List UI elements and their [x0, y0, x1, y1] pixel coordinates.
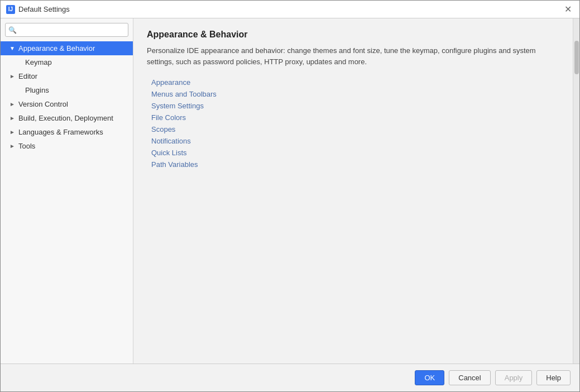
expand-arrow-icon: ►	[9, 101, 16, 107]
dialog-title: Default Settings	[18, 5, 70, 13]
scrollbar-thumb[interactable]	[574, 41, 579, 74]
app-icon: IJ	[6, 5, 15, 14]
help-button[interactable]: Help	[536, 370, 571, 385]
sub-link-path-variables[interactable]: Path Variables	[151, 160, 559, 169]
expand-arrow-icon: ►	[9, 73, 16, 79]
sub-link-system-settings[interactable]: System Settings	[151, 102, 559, 110]
sidebar-item-label: Tools	[18, 142, 35, 150]
sidebar-item-tools[interactable]: ► Tools	[1, 139, 133, 153]
search-input[interactable]	[5, 23, 128, 37]
title-bar: IJ Default Settings ✕	[1, 1, 579, 18]
sidebar-item-plugins[interactable]: Plugins	[1, 83, 133, 97]
dialog-window: IJ Default Settings ✕ 🔍 ▼ Appearance & B…	[0, 0, 580, 392]
sidebar-item-label: Build, Execution, Deployment	[18, 114, 113, 122]
sidebar-item-editor[interactable]: ► Editor	[1, 69, 133, 83]
search-icon: 🔍	[8, 26, 17, 34]
sidebar-item-label: Editor	[18, 72, 37, 80]
cancel-button[interactable]: Cancel	[449, 370, 490, 385]
main-content: Appearance & Behavior Personalize IDE ap…	[133, 18, 573, 364]
sub-link-appearance[interactable]: Appearance	[151, 78, 559, 87]
dialog-body: 🔍 ▼ Appearance & Behavior Keymap ► Edito…	[1, 18, 579, 364]
sidebar-item-label: Keymap	[25, 58, 52, 66]
sub-links-list: Appearance Menus and Toolbars System Set…	[147, 78, 559, 169]
dialog-footer: OK Cancel Apply Help	[1, 364, 579, 391]
title-bar-left: IJ Default Settings	[6, 5, 70, 14]
sidebar-item-label: Appearance & Behavior	[18, 44, 95, 52]
scrollbar[interactable]	[573, 18, 579, 364]
sub-link-menus-toolbars[interactable]: Menus and Toolbars	[151, 90, 559, 98]
section-description: Personalize IDE appearance and behavior:…	[147, 45, 549, 67]
expand-arrow-icon: ►	[9, 115, 16, 121]
sidebar-item-label: Plugins	[25, 86, 49, 94]
sidebar-item-label: Version Control	[18, 100, 68, 108]
sub-link-scopes[interactable]: Scopes	[151, 125, 559, 133]
sub-link-quick-lists[interactable]: Quick Lists	[151, 149, 559, 157]
sidebar-item-languages-frameworks[interactable]: ► Languages & Frameworks	[1, 125, 133, 139]
expand-arrow-icon: ►	[9, 143, 16, 149]
apply-button[interactable]: Apply	[495, 370, 533, 385]
app-icon-text: IJ	[8, 6, 13, 12]
section-title: Appearance & Behavior	[147, 30, 559, 40]
sidebar: 🔍 ▼ Appearance & Behavior Keymap ► Edito…	[1, 18, 133, 364]
sidebar-item-version-control[interactable]: ► Version Control	[1, 97, 133, 111]
ok-button[interactable]: OK	[415, 370, 444, 385]
search-box: 🔍	[5, 23, 128, 37]
expand-arrow-icon: ▼	[9, 45, 16, 51]
close-button[interactable]: ✕	[562, 4, 574, 15]
sidebar-item-appearance-behavior[interactable]: ▼ Appearance & Behavior	[1, 41, 133, 55]
sidebar-item-label: Languages & Frameworks	[18, 128, 103, 136]
expand-arrow-icon: ►	[9, 129, 16, 135]
sub-link-file-colors[interactable]: File Colors	[151, 113, 559, 122]
sub-link-notifications[interactable]: Notifications	[151, 137, 559, 145]
sidebar-item-build-execution-deployment[interactable]: ► Build, Execution, Deployment	[1, 111, 133, 125]
sidebar-item-keymap[interactable]: Keymap	[1, 55, 133, 69]
